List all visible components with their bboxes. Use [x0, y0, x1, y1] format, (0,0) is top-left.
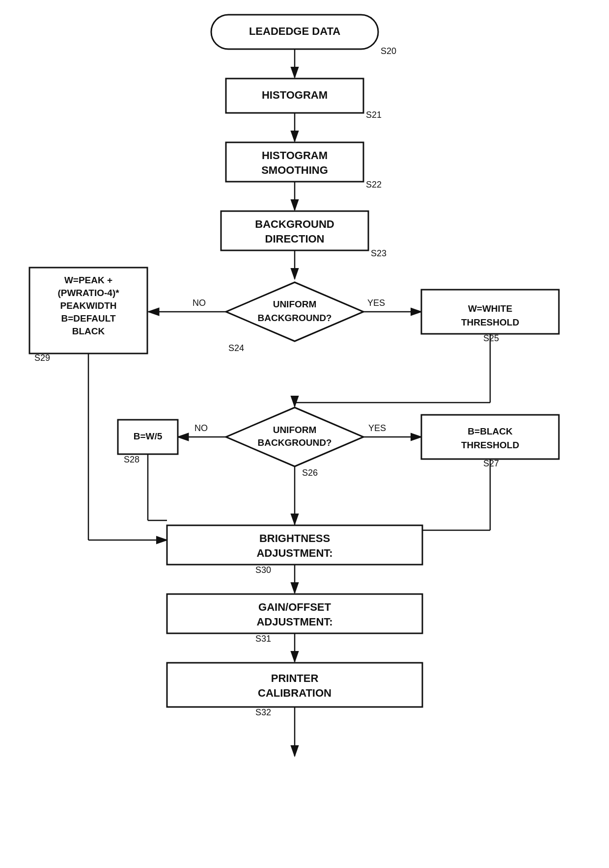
w-white-thresh-label: W=WHITE [468, 303, 512, 314]
bg-direction-label2: DIRECTION [265, 233, 325, 245]
b-w5-label: B=W/5 [134, 431, 163, 441]
yes2-label: YES [368, 423, 386, 433]
w-peak-label5: BLACK [72, 326, 105, 336]
uniform-bg1-node [226, 282, 363, 341]
printer-cal-label1: PRINTER [271, 672, 319, 684]
printer-cal-node [167, 663, 422, 707]
uniform-bg1-step: S24 [228, 343, 244, 353]
uniform-bg1-label2: BACKGROUND? [258, 313, 332, 323]
gain-offset-label2: ADJUSTMENT: [256, 616, 332, 628]
w-peak-step: S29 [34, 353, 50, 363]
no1-label: NO [193, 298, 206, 308]
uniform-bg2-label1: UNIFORM [273, 425, 317, 435]
brightness-label2: ADJUSTMENT: [256, 547, 332, 559]
no2-label: NO [194, 423, 208, 433]
bg-direction-label1: BACKGROUND [255, 218, 334, 230]
hist-smooth-label2: SMOOTHING [261, 164, 328, 176]
uniform-bg2-node [226, 407, 363, 466]
w-white-thresh-label2: THRESHOLD [461, 317, 519, 327]
printer-cal-label2: CALIBRATION [258, 687, 332, 699]
brightness-label1: BRIGHTNESS [259, 532, 330, 544]
w-peak-label3: PEAKWIDTH [60, 300, 116, 311]
b-black-thresh-label1: B=BLACK [468, 426, 513, 436]
uniform-bg1-label1: UNIFORM [273, 299, 317, 309]
w-peak-label1: W=PEAK + [64, 275, 112, 285]
flowchart-diagram: LEADEDGE DATA S20 HISTOGRAM S21 HISTOGRA… [0, 0, 609, 868]
b-black-thresh-label2: THRESHOLD [461, 440, 519, 450]
yes1-label: YES [367, 298, 385, 308]
uniform-bg2-step: S26 [302, 468, 318, 478]
uniform-bg2-label2: BACKGROUND? [258, 437, 332, 448]
bg-direction-step: S23 [371, 248, 387, 258]
w-peak-label2: (PWRATIO-4)* [57, 288, 119, 298]
histogram-step: S21 [366, 110, 382, 120]
b-w5-step: S28 [124, 455, 139, 464]
printer-cal-step: S32 [255, 707, 271, 717]
w-peak-label4: B=DEFAULT [61, 313, 115, 324]
hist-smooth-label1: HISTOGRAM [262, 149, 328, 162]
b-black-thresh-node [421, 415, 559, 459]
w-white-thresh-step: S25 [483, 333, 499, 343]
gain-offset-label1: GAIN/OFFSET [258, 601, 331, 613]
histogram-label: HISTOGRAM [262, 89, 328, 101]
hist-smooth-step: S22 [366, 180, 382, 190]
brightness-step: S30 [255, 565, 271, 575]
b-black-thresh-step: S27 [483, 459, 499, 468]
leadedge-label: LEADEDGE DATA [249, 25, 340, 37]
gain-offset-step: S31 [255, 634, 271, 644]
leadedge-step: S20 [381, 46, 396, 56]
